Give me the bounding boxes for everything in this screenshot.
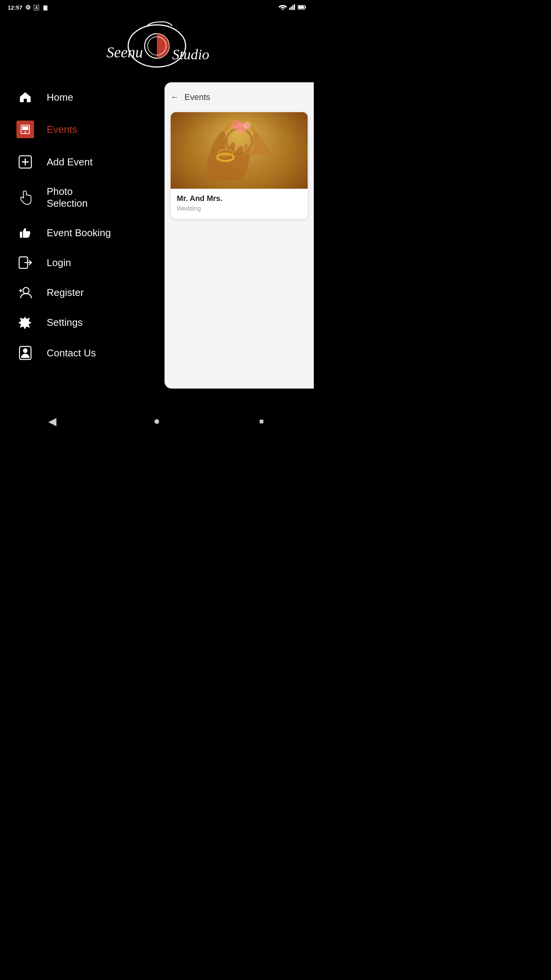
back-button[interactable]: ← <box>171 92 179 102</box>
sidebar-label-contact-us: Contact Us <box>47 347 96 359</box>
sidebar-label-events: Events <box>47 124 77 136</box>
event-card-name: Mr. And Mrs. <box>177 194 302 203</box>
sidebar-label-event-booking: Event Booking <box>47 227 111 239</box>
svg-rect-6 <box>305 7 306 8</box>
battery-icon <box>298 4 306 11</box>
seenu-studio-logo: Seenu Studio <box>92 21 222 71</box>
svg-rect-14 <box>22 126 28 130</box>
clipboard-status-icon: 📋 <box>42 5 49 11</box>
bottom-nav: ◀ ● ■ <box>0 404 314 438</box>
sidebar-label-register: Register <box>47 287 84 299</box>
sidebar-item-add-event[interactable]: Add Event <box>11 147 165 177</box>
recent-nav-button[interactable]: ■ <box>252 412 271 431</box>
events-header: ← Events <box>171 90 308 105</box>
back-nav-button[interactable]: ◀ <box>43 412 62 431</box>
contact-icon <box>15 346 35 360</box>
events-panel: ← Events <box>165 82 314 389</box>
home-nav-button[interactable]: ● <box>147 412 166 431</box>
wifi-icon <box>279 4 287 11</box>
event-card-mr-and-mrs[interactable]: Mr. And Mrs. Wedding <box>171 112 308 219</box>
svg-point-15 <box>24 131 26 133</box>
signal-icon <box>289 4 295 11</box>
svg-point-21 <box>23 287 29 294</box>
sidebar-label-add-event: Add Event <box>47 156 93 168</box>
svg-text:Studio: Studio <box>172 46 209 62</box>
svg-rect-1 <box>289 8 290 10</box>
sidebar-item-events[interactable]: Events <box>11 112 165 147</box>
sidebar: Home Events Add Event Photo Selection <box>0 82 165 389</box>
event-card-type: Wedding <box>177 205 302 212</box>
sidebar-label-settings: Settings <box>47 317 83 328</box>
add-icon <box>15 155 35 169</box>
sidebar-item-home[interactable]: Home <box>11 82 165 112</box>
like-icon <box>15 226 35 239</box>
status-right <box>279 4 306 11</box>
font-status-icon: A <box>34 5 39 10</box>
sidebar-item-settings[interactable]: Settings <box>11 307 165 337</box>
event-card-image <box>171 112 308 189</box>
events-icon <box>15 121 35 138</box>
sidebar-label-login: Login <box>47 257 71 269</box>
svg-point-34 <box>244 122 251 129</box>
svg-point-26 <box>23 348 28 353</box>
home-icon <box>15 91 35 104</box>
login-icon <box>15 256 35 269</box>
svg-text:Seenu: Seenu <box>106 44 143 61</box>
touch-icon <box>15 190 35 205</box>
svg-rect-3 <box>292 5 293 10</box>
svg-point-35 <box>231 120 241 129</box>
sidebar-item-event-booking[interactable]: Event Booking <box>11 218 165 248</box>
sidebar-item-contact-us[interactable]: Contact Us <box>11 337 165 369</box>
svg-rect-4 <box>294 4 295 10</box>
settings-icon <box>15 316 35 329</box>
sidebar-label-home: Home <box>47 91 73 103</box>
svg-rect-7 <box>298 6 304 9</box>
events-panel-title: Events <box>184 92 210 102</box>
register-icon <box>15 286 35 299</box>
event-card-body: Mr. And Mrs. Wedding <box>171 189 308 219</box>
main-content: Home Events Add Event Photo Selection <box>0 82 314 389</box>
sidebar-item-register[interactable]: Register <box>11 278 165 307</box>
status-left: 12:57 ⚙ A 📋 <box>8 4 49 11</box>
logo-container: Seenu Studio <box>0 13 314 82</box>
status-bar: 12:57 ⚙ A 📋 <box>0 0 314 13</box>
sidebar-item-login[interactable]: Login <box>11 248 165 278</box>
svg-point-0 <box>282 9 284 10</box>
sidebar-label-photo-selection: Photo Selection <box>47 186 88 209</box>
gear-status-icon: ⚙ <box>25 4 31 11</box>
status-time: 12:57 <box>8 4 22 11</box>
sidebar-item-photo-selection[interactable]: Photo Selection <box>11 177 165 218</box>
svg-rect-2 <box>291 7 292 10</box>
